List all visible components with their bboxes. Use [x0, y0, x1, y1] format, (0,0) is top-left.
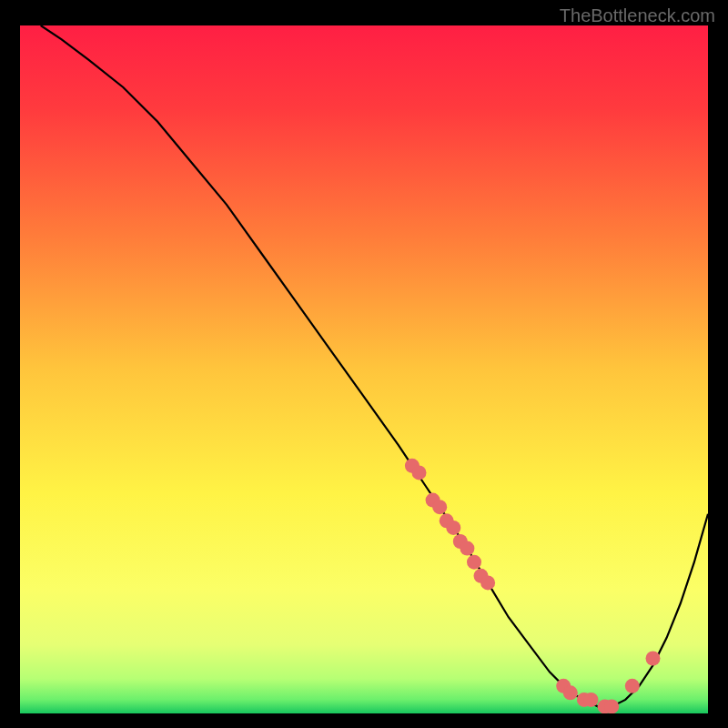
data-point	[646, 652, 661, 666]
data-point	[584, 693, 599, 707]
data-point	[446, 521, 460, 535]
data-point	[460, 541, 474, 556]
chart-plot-area	[20, 25, 708, 713]
data-point	[625, 679, 640, 693]
data-point	[467, 555, 481, 570]
data-point	[480, 575, 495, 590]
data-point	[604, 699, 619, 713]
data-point	[563, 685, 578, 700]
data-point	[432, 500, 447, 514]
chart-background	[20, 25, 708, 713]
chart-container: TheBottleneck.com	[0, 0, 728, 728]
watermark-text: TheBottleneck.com	[560, 5, 715, 26]
data-point	[412, 465, 427, 480]
chart-svg	[20, 25, 708, 713]
